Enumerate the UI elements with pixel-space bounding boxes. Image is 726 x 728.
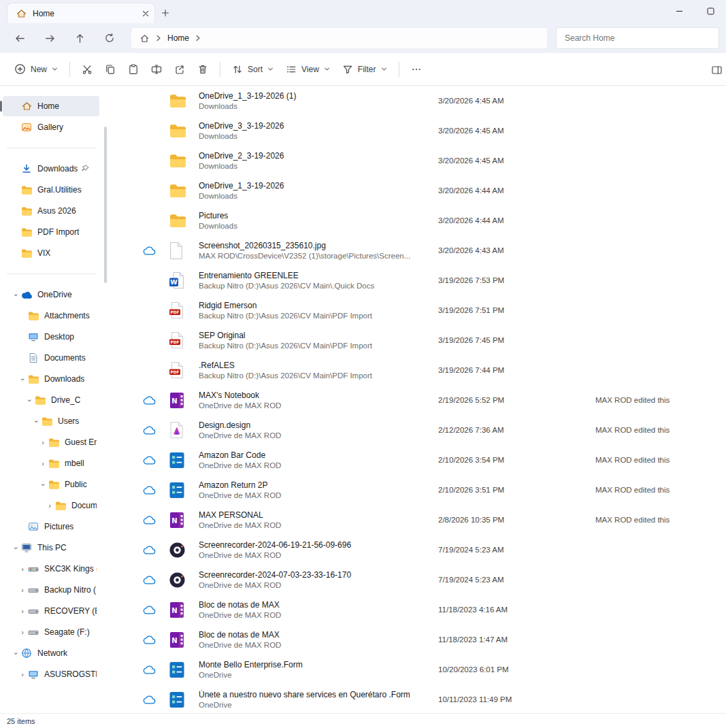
chevron-down-icon[interactable]: › [26, 395, 33, 405]
sidebar-item-backup-nitro[interactable]: › Backup Nitro ( [3, 580, 99, 600]
file-row[interactable]: N MAX PERSONAL OneDrive de MAX ROD 2/8/2… [109, 505, 726, 535]
sidebar-item-mbell[interactable]: › mbell [3, 453, 99, 474]
rename-button[interactable] [145, 59, 168, 80]
file-icon-cell [169, 421, 199, 439]
sidebar-item-seagate-f[interactable]: › Seagate (F:) [3, 622, 99, 642]
new-button[interactable]: New [8, 59, 64, 80]
file-row[interactable]: Amazon Bar Code OneDrive de MAX ROD 2/10… [109, 445, 726, 475]
file-row[interactable]: PDF SEP Original Backup Nitro (D:)\Asus … [109, 325, 726, 355]
refresh-button[interactable] [97, 27, 122, 49]
file-row[interactable]: PDF .RefALES Backup Nitro (D:)\Asus 2026… [109, 355, 726, 385]
chevron-right-icon[interactable]: › [18, 629, 27, 636]
chevron-right-icon[interactable]: › [45, 502, 54, 510]
sidebar-item-drive-c[interactable]: › Drive_C [3, 390, 99, 410]
file-row[interactable]: N Bloc de notas de MAX OneDrive de MAX R… [109, 625, 726, 655]
sidebar-item-recovery-e[interactable]: › RECOVERY (E:) [3, 601, 99, 621]
chevron-down-icon[interactable]: › [39, 480, 47, 489]
file-row[interactable]: OneDrive_1_3-19-2026 Downloads 3/20/2026… [109, 176, 726, 205]
scrollbar-thumb[interactable] [104, 127, 107, 283]
file-row[interactable]: Pictures Downloads 3/20/2026 4:44 AM [109, 205, 726, 235]
chevron-right-icon[interactable]: › [38, 439, 48, 446]
sidebar-item-gallery[interactable]: Gallery [3, 117, 99, 137]
chevron-right-icon[interactable]: › [38, 460, 48, 467]
file-row[interactable]: Screenrecorder-2024-06-19-21-56-09-696 O… [109, 535, 726, 565]
sidebar-item-asus-2026[interactable]: Asus 2026 [3, 201, 99, 221]
sidebar-item-gral-utilities[interactable]: Gral.Utilities [3, 180, 99, 200]
breadcrumb-item-home[interactable]: Home [167, 33, 189, 43]
back-button[interactable] [7, 27, 33, 49]
copy-button[interactable] [99, 59, 122, 80]
file-row[interactable]: N Bloc de notas de MAX OneDrive de MAX R… [109, 595, 726, 625]
details-pane-button[interactable]: D [705, 60, 726, 80]
file-row[interactable]: OneDrive_3_3-19-2026 Downloads 3/20/2026… [109, 116, 726, 146]
paste-button[interactable] [122, 59, 145, 80]
up-button[interactable] [67, 27, 93, 49]
sidebar-item-public[interactable]: › Public [3, 474, 99, 495]
file-row[interactable]: Design.design OneDrive de MAX ROD 2/12/2… [109, 415, 726, 445]
file-row[interactable]: N MAX's Notebook OneDrive de MAX ROD 2/1… [109, 385, 726, 415]
sidebar-item-home[interactable]: Home [3, 96, 99, 116]
sidebar-item-pictures[interactable]: Pictures [3, 516, 99, 537]
breadcrumb[interactable]: Home [131, 27, 548, 49]
cloud-icon [143, 485, 156, 495]
sidebar-scrollbar[interactable] [102, 86, 109, 713]
file-row[interactable]: W Entrenamiento GREENLEE Backup Nitro (D… [109, 265, 726, 295]
chevron-down-icon[interactable]: › [12, 290, 20, 299]
sidebar-item-label: Attachments [44, 311, 90, 320]
sidebar-item-users[interactable]: › Users [3, 411, 99, 431]
file-row[interactable]: Screenshot_20260315_235610.jpg MAX ROD\C… [109, 235, 726, 265]
tab-close-icon[interactable] [142, 10, 149, 17]
sidebar-item-skc3k-kings-c[interactable]: › SKC3K Kings (C [3, 559, 99, 579]
chevron-right-icon[interactable]: › [18, 565, 27, 573]
file-row[interactable]: OneDrive_1_3-19-2026 (1) Downloads 3/20/… [109, 86, 726, 116]
file-row[interactable]: Monte Bello Enterprise.Form OneDrive 10/… [109, 655, 726, 684]
chevron-down-icon[interactable]: › [19, 374, 27, 384]
search-box[interactable] [556, 27, 719, 49]
sidebar-item-onedrive[interactable]: › OneDrive [3, 284, 99, 305]
file-icon-cell [169, 452, 199, 469]
sidebar-item-pdf-import[interactable]: PDF Import [3, 222, 99, 242]
file-row[interactable]: Screenrecorder-2024-07-03-23-33-16-170 O… [109, 565, 726, 595]
delete-button[interactable] [191, 59, 214, 80]
file-edited-note: MAX ROD edited this [595, 396, 726, 404]
breadcrumb-home-icon[interactable] [139, 33, 150, 44]
chevron-right-icon[interactable]: › [18, 671, 27, 678]
file-row[interactable]: PDF Ridgid Emerson Backup Nitro (D:)\Asu… [109, 295, 726, 325]
sidebar-item-downloads[interactable]: › Downloads [3, 369, 99, 389]
file-row[interactable]: OneDrive_2_3-19-2026 Downloads 3/20/2026… [109, 146, 726, 176]
share-button[interactable] [168, 59, 191, 80]
sidebar-item-docume[interactable]: › Docume... [3, 495, 99, 516]
filter-button[interactable]: Filter [336, 59, 393, 80]
copy-icon [105, 64, 116, 75]
cut-button[interactable] [76, 59, 99, 80]
forward-button[interactable] [37, 27, 63, 49]
new-tab-button[interactable] [155, 3, 176, 23]
more-options-button[interactable] [405, 59, 428, 80]
sort-button[interactable]: Sort [226, 59, 280, 80]
sidebar-item-desktop[interactable]: Desktop [3, 327, 99, 347]
sidebar-item-downloads[interactable]: Downloads [3, 159, 99, 179]
file-row[interactable]: Amazon Return 2P OneDrive de MAX ROD 2/1… [109, 475, 726, 505]
sidebar-item-attachments[interactable]: Attachments [3, 305, 99, 326]
chevron-right-icon[interactable] [195, 35, 201, 42]
minimize-button[interactable] [663, 0, 695, 22]
file-row[interactable]: Únete a nuestro nuevo share services en … [109, 684, 726, 713]
sidebar-item-documents[interactable]: Documents [3, 348, 99, 368]
sidebar-item-this-pc[interactable]: › This PC [3, 537, 99, 558]
sidebar-item-asusrogstri[interactable]: › ASUSROGSTRI... [3, 664, 99, 684]
file-location: OneDrive de MAX ROD [199, 641, 431, 649]
maximize-button[interactable] [695, 0, 726, 22]
chevron-down-icon[interactable]: › [33, 416, 40, 426]
search-input[interactable] [565, 33, 710, 43]
chevron-right-icon[interactable]: › [18, 586, 27, 594]
sidebar-item-network[interactable]: › Network [3, 643, 99, 663]
view-button[interactable]: View [280, 59, 336, 80]
sidebar-item-guest-enc[interactable]: › Guest Enc [3, 432, 99, 452]
chevron-right-icon[interactable] [156, 35, 161, 42]
chevron-right-icon[interactable]: › [18, 608, 27, 615]
folder-lg-icon [169, 93, 187, 109]
explorer-tab[interactable]: Home [7, 3, 155, 23]
chevron-down-icon[interactable]: › [12, 648, 20, 658]
sidebar-item-vix[interactable]: VIX [3, 243, 99, 263]
chevron-down-icon[interactable]: › [12, 543, 20, 552]
